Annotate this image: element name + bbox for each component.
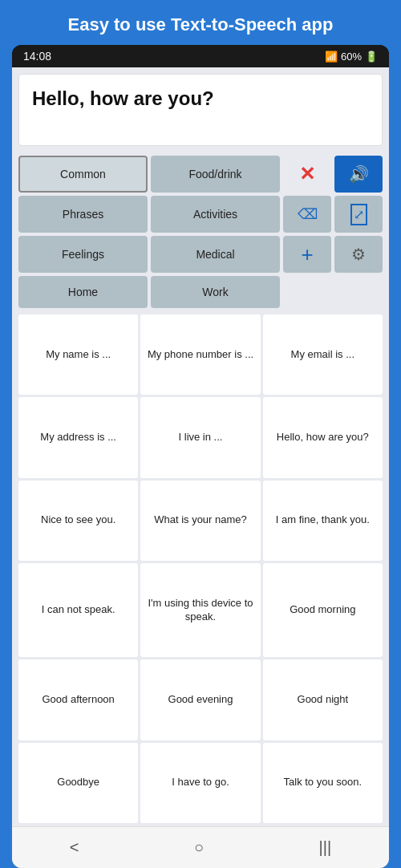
phone-content: Hello, how are you? Common Food/drink ✕ … <box>12 67 389 868</box>
status-time: 14:08 <box>23 50 51 63</box>
expand-icon: ⤢ <box>350 204 367 225</box>
app-title: Easy to use Text-to-Speech app <box>0 0 401 45</box>
plus-icon: + <box>301 244 313 265</box>
phrase-i-cant-speak[interactable]: I can not speak. <box>18 563 138 657</box>
phrase-good-night[interactable]: Good night <box>263 659 383 740</box>
phrase-my-phone[interactable]: My phone number is ... <box>140 314 260 395</box>
add-button[interactable]: + <box>283 236 331 273</box>
category-food-drink[interactable]: Food/drink <box>151 156 280 193</box>
phone-frame: 14:08 📶 60% 🔋 Hello, how are you? Common… <box>12 45 389 868</box>
backspace-icon: ⌫ <box>298 205 318 223</box>
nav-bar: < ○ ||| <box>12 826 389 868</box>
category-medical[interactable]: Medical <box>151 236 280 273</box>
category-phrases[interactable]: Phrases <box>18 196 148 233</box>
phrase-good-morning[interactable]: Good morning <box>263 563 383 657</box>
x-icon: ✕ <box>299 163 315 185</box>
back-button[interactable]: < <box>54 835 95 860</box>
phrase-what-name[interactable]: What is your name? <box>140 481 260 561</box>
text-display-area: Hello, how are you? <box>18 74 383 146</box>
speaker-icon: 🔊 <box>349 164 369 184</box>
phrase-my-address[interactable]: My address is ... <box>18 397 138 477</box>
phrase-i-live[interactable]: I live in ... <box>140 397 260 477</box>
phrase-talk-to-you[interactable]: Talk to you soon. <box>263 743 383 823</box>
status-bar: 14:08 📶 60% 🔋 <box>12 45 389 67</box>
phrase-goodbye[interactable]: Goodbye <box>18 743 138 823</box>
wifi-icon: 📶 <box>325 51 338 63</box>
home-button[interactable]: ○ <box>178 835 220 860</box>
speak-button[interactable]: 🔊 <box>334 156 383 193</box>
phrase-nice-to-see[interactable]: Nice to see you. <box>18 481 138 561</box>
phrases-grid: My name is ... My phone number is ... My… <box>12 311 389 826</box>
expand-button[interactable]: ⤢ <box>334 196 383 233</box>
phrase-my-email[interactable]: My email is ... <box>263 314 383 395</box>
battery-level: 60% <box>341 51 362 63</box>
gear-icon: ⚙ <box>351 245 366 264</box>
phrase-i-have-to-go[interactable]: I have to go. <box>140 743 260 823</box>
category-work[interactable]: Work <box>151 276 280 308</box>
phrase-my-name[interactable]: My name is ... <box>18 314 138 395</box>
status-right: 📶 60% 🔋 <box>325 51 378 63</box>
phrase-using-device[interactable]: I'm using this device to speak. <box>140 563 260 657</box>
category-grid: Common Food/drink ✕ 🔊 Phrases Activities… <box>12 152 389 311</box>
delete-button[interactable]: ⌫ <box>283 196 331 233</box>
category-feelings[interactable]: Feelings <box>18 236 148 273</box>
tts-text: Hello, how are you? <box>32 87 369 110</box>
settings-button[interactable]: ⚙ <box>334 236 383 273</box>
clear-button[interactable]: ✕ <box>283 156 331 193</box>
battery-icon: 🔋 <box>365 51 378 63</box>
recents-button[interactable]: ||| <box>303 835 348 860</box>
phrase-good-evening[interactable]: Good evening <box>140 659 260 740</box>
phrase-good-afternoon[interactable]: Good afternoon <box>18 659 138 740</box>
category-common[interactable]: Common <box>18 156 148 193</box>
category-activities[interactable]: Activities <box>151 196 280 233</box>
category-home[interactable]: Home <box>18 276 148 308</box>
phrase-i-am-fine[interactable]: I am fine, thank you. <box>263 481 383 561</box>
phrase-hello-how[interactable]: Hello, how are you? <box>263 397 383 477</box>
